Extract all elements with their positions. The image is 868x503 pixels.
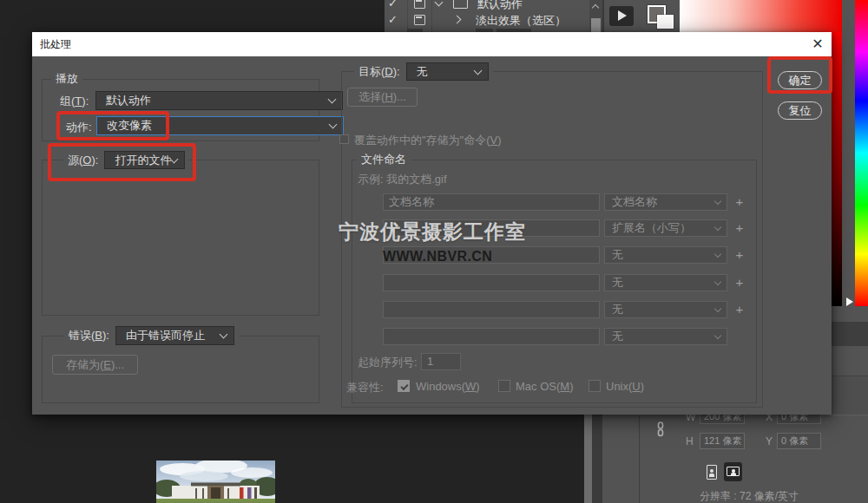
naming-select-2[interactable]: 扩展名（小写） [604, 219, 727, 237]
actions-scrollbar[interactable] [589, 0, 602, 32]
portrait-icon-body [709, 474, 714, 477]
errors-label: 错误(B): [69, 328, 109, 343]
unix-checkbox[interactable] [589, 380, 601, 392]
set-select-value: 默认动作 [106, 93, 151, 108]
landscape-orientation-button[interactable] [724, 462, 742, 481]
naming-select-value: 文档名称 [612, 194, 657, 210]
naming-select-value: 无 [612, 329, 623, 344]
link-dimensions-icon[interactable] [655, 421, 666, 437]
dialog-toggle-icon[interactable] [414, 0, 425, 9]
annotation-ok-highlight [767, 56, 832, 94]
naming-select-value: 无 [612, 302, 623, 317]
chevron-down-icon [714, 278, 721, 285]
naming-select-5[interactable]: 无 [604, 301, 727, 318]
landscape-icon-body [731, 473, 737, 475]
naming-select-3[interactable]: 无 [604, 246, 727, 264]
naming-select-1[interactable]: 文档名称 [604, 193, 727, 211]
unix-label: Unix(U) [606, 380, 644, 393]
source-group [42, 160, 319, 316]
naming-select-4[interactable]: 无 [604, 274, 727, 291]
right-panel-band [832, 376, 868, 415]
naming-field-6[interactable] [383, 328, 600, 345]
scrollbar-thumb[interactable] [591, 18, 601, 32]
height-label: H [686, 435, 694, 447]
set-select[interactable]: 默认动作 [95, 91, 343, 110]
chevron-down-icon [714, 224, 721, 231]
chevron-down-icon[interactable] [435, 0, 444, 6]
add-naming-row-button[interactable]: + [732, 246, 747, 264]
annotation-source-highlight [48, 143, 196, 181]
play-action-button[interactable] [609, 6, 634, 26]
chevron-down-icon [714, 332, 721, 339]
override-save-as-label: 覆盖动作中的"存储为"命令(V) [354, 133, 502, 148]
watermark-studio: 宁波优景摄影工作室 [339, 219, 526, 245]
dialog-titlebar[interactable]: 批处理 ✕ [32, 32, 832, 56]
naming-select-6[interactable]: 无 [604, 328, 727, 345]
chevron-down-icon [328, 95, 337, 104]
reset-button[interactable]: 复位 [778, 101, 822, 120]
add-naming-row-button[interactable]: + [732, 301, 747, 318]
naming-field-1[interactable]: 文档名称 [383, 193, 600, 211]
chevron-down-icon [714, 305, 721, 312]
set-label: 组(T): [60, 94, 89, 109]
right-panel-header-band [832, 322, 868, 346]
play-icon [618, 10, 627, 21]
y-label: Y [766, 435, 773, 447]
add-naming-row-button[interactable]: + [732, 193, 747, 211]
action-row-default-set[interactable]: ✓ 默认动作 [385, 0, 589, 11]
choose-button[interactable]: 选择(H)... [347, 88, 418, 107]
chevron-down-icon [714, 198, 721, 205]
file-naming-example: 示例: 我的文档.gif [358, 172, 447, 187]
background-color-swatch[interactable] [657, 15, 674, 29]
naming-select-value: 扩展名（小写） [612, 220, 691, 236]
file-naming-legend: 文件命名 [357, 154, 411, 166]
chevron-down-icon [473, 66, 482, 75]
action-row-fade-effect[interactable]: ✓ 淡出效果（选区） [385, 12, 589, 28]
resolution-text: 分辨率 : 72 像素/英寸 [700, 489, 799, 503]
windows-label: Windows(W) [416, 380, 480, 393]
action-name[interactable]: 淡出效果（选区） [476, 13, 566, 29]
destination-legend-row: 目标(D): 无 [354, 62, 493, 81]
hue-slider-marker[interactable] [846, 297, 853, 306]
serial-number-field[interactable]: 1 [421, 353, 461, 370]
watermark-url: WWW.NBVR.CN [383, 249, 492, 265]
errors-select-value: 由于错误而停止 [126, 328, 205, 343]
destination-select-value: 无 [417, 64, 428, 80]
chevron-right-icon[interactable] [453, 16, 462, 24]
destination-label: 目标(D): [358, 64, 400, 80]
macos-label: Mac OS(M) [516, 380, 573, 393]
color-picker-gap [842, 0, 855, 306]
errors-select[interactable]: 由于错误而停止 [115, 326, 234, 345]
right-panel-band [832, 306, 868, 322]
hue-slider-bar[interactable] [855, 0, 868, 306]
errors-legend-row: 错误(B): 由于错误而停止 [64, 326, 239, 345]
color-picker-saturation-top[interactable] [680, 0, 842, 32]
panel-tools-strip [604, 0, 680, 32]
close-icon[interactable]: ✕ [810, 36, 825, 53]
check-icon[interactable]: ✓ [388, 0, 398, 10]
override-save-as-checkbox[interactable] [339, 134, 349, 144]
windows-checkbox[interactable] [398, 380, 410, 392]
document-scrollbar[interactable] [584, 415, 592, 503]
naming-field-4[interactable] [383, 274, 600, 291]
portrait-orientation-button[interactable] [707, 465, 717, 480]
add-naming-row-button[interactable]: + [732, 219, 747, 237]
scroll-up-icon[interactable] [592, 4, 599, 11]
add-naming-row-button[interactable]: + [732, 274, 747, 291]
naming-field-5[interactable] [383, 301, 600, 318]
color-picker-saturation-edge[interactable] [832, 32, 842, 306]
right-panel-band [832, 346, 868, 376]
save-as-button[interactable]: 存储为(E)... [52, 355, 138, 375]
folder-icon [453, 0, 468, 9]
y-field[interactable]: 0 像素 [777, 433, 821, 449]
action-set-name[interactable]: 默认动作 [477, 0, 523, 12]
landscape-icon-head [732, 469, 735, 473]
dialog-toggle-icon[interactable] [414, 15, 425, 25]
height-field[interactable]: 121 像素 [700, 433, 745, 449]
play-group-legend: 播放 [51, 73, 82, 85]
portrait-icon [710, 469, 713, 473]
compatibility-label: 兼容性: [346, 380, 384, 395]
macos-checkbox[interactable] [498, 380, 510, 392]
destination-select[interactable]: 无 [406, 62, 489, 81]
check-icon[interactable]: ✓ [388, 13, 398, 26]
